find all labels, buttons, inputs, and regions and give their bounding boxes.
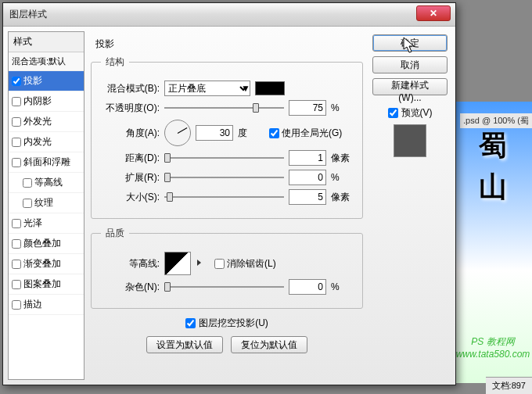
watermark: PS 教程网 www.tata580.com	[456, 335, 530, 360]
chevron-down-icon	[197, 260, 201, 266]
status-bar: 文档:897	[486, 377, 532, 394]
spread-unit: %	[331, 172, 353, 183]
blend-mode-label: 混合模式(B):	[101, 82, 160, 95]
spread-label: 扩展(R):	[101, 171, 160, 184]
noise-input[interactable]	[289, 279, 326, 295]
document-tab-title[interactable]: .psd @ 100% (蜀	[460, 113, 532, 128]
spread-slider[interactable]	[164, 170, 284, 184]
style-item-颜色叠加[interactable]: 颜色叠加	[9, 234, 84, 254]
blend-mode-select[interactable]: 正片叠底	[164, 81, 250, 96]
style-item-外发光[interactable]: 外发光	[9, 112, 84, 132]
opacity-label: 不透明度(O):	[101, 102, 160, 115]
style-item-label: 光泽	[23, 217, 42, 230]
style-item-label: 斜面和浮雕	[23, 156, 70, 169]
style-item-label: 内发光	[23, 135, 52, 149]
layer-style-dialog: 图层样式 ✕ 样式 混合选项:默认 投影内阴影外发光内发光斜面和浮雕等高线纹理光…	[2, 2, 456, 385]
right-panel: 确定 取消 新建样式(W)... 预览(V)	[372, 31, 451, 380]
angle-dial[interactable]	[164, 120, 191, 146]
structure-legend: 结构	[101, 56, 129, 69]
size-input[interactable]	[289, 189, 326, 205]
contour-label: 等高线:	[101, 257, 160, 270]
opacity-slider[interactable]	[164, 101, 284, 115]
preview-swatch	[394, 124, 426, 157]
noise-label: 杂色(N):	[101, 281, 160, 294]
angle-input[interactable]	[196, 125, 233, 141]
cancel-button[interactable]: 取消	[372, 56, 448, 73]
angle-label: 角度(A):	[101, 127, 160, 140]
style-item-label: 纹理	[34, 196, 53, 210]
style-item-内发光[interactable]: 内发光	[9, 132, 84, 152]
style-item-内阴影[interactable]: 内阴影	[9, 91, 84, 112]
style-list-header[interactable]: 样式	[9, 32, 84, 52]
noise-slider[interactable]	[164, 280, 284, 294]
style-item-label: 渐变叠加	[23, 257, 61, 270]
noise-unit: %	[331, 281, 353, 292]
style-item-渐变叠加[interactable]: 渐变叠加	[9, 254, 84, 274]
shadow-color-swatch[interactable]	[255, 81, 285, 95]
distance-input[interactable]	[289, 150, 326, 166]
style-item-label: 颜色叠加	[23, 237, 61, 250]
structure-group: 结构 混合模式(B): 正片叠底 ▼ 不透明度(O): % 角度(A):	[91, 56, 363, 219]
style-list: 样式 混合选项:默认 投影内阴影外发光内发光斜面和浮雕等高线纹理光泽颜色叠加渐变…	[8, 31, 84, 380]
style-item-纹理[interactable]: 纹理	[9, 193, 84, 213]
contour-picker[interactable]	[164, 252, 191, 275]
close-icon: ✕	[430, 8, 437, 19]
preview-checkbox[interactable]: 预览(V)	[388, 106, 433, 120]
dialog-title: 图层样式	[9, 8, 47, 21]
distance-label: 距离(D):	[101, 152, 160, 165]
style-item-label: 描边	[23, 298, 42, 311]
distance-slider[interactable]	[164, 151, 284, 165]
style-item-投影[interactable]: 投影	[9, 71, 84, 91]
style-item-label: 外发光	[23, 115, 52, 128]
distance-unit: 像素	[331, 152, 353, 165]
quality-legend: 品质	[101, 227, 129, 240]
style-item-label: 等高线	[34, 176, 63, 189]
size-unit: 像素	[331, 191, 353, 204]
opacity-input[interactable]	[289, 100, 326, 116]
style-item-等高线[interactable]: 等高线	[9, 173, 84, 193]
size-label: 大小(S):	[101, 191, 160, 204]
ok-button[interactable]: 确定	[372, 34, 448, 52]
dialog-titlebar[interactable]: 图层样式 ✕	[3, 3, 455, 27]
knockout-checkbox[interactable]: 图层挖空投影(U)	[185, 317, 268, 330]
bg-char-2: 山	[479, 168, 507, 206]
reset-default-button[interactable]: 复位为默认值	[231, 336, 307, 353]
antialias-checkbox[interactable]: 消除锯齿(L)	[214, 257, 276, 270]
style-item-label: 图案叠加	[23, 278, 61, 291]
quality-group: 品质 等高线: 消除锯齿(L) 杂色(N): %	[91, 227, 363, 309]
center-panel: 投影 结构 混合模式(B): 正片叠底 ▼ 不透明度(O): % 角度(A):	[88, 31, 369, 380]
style-item-图案叠加[interactable]: 图案叠加	[9, 274, 84, 295]
angle-unit: 度	[238, 127, 260, 140]
blending-options-default[interactable]: 混合选项:默认	[9, 52, 84, 71]
opacity-unit: %	[331, 102, 353, 113]
panel-title: 投影	[95, 38, 363, 51]
canvas-background: 蜀 山 PS 教程网 www.tata580.com	[454, 102, 532, 383]
spread-input[interactable]	[289, 170, 326, 185]
size-slider[interactable]	[164, 190, 284, 204]
new-style-button[interactable]: 新建样式(W)...	[372, 78, 448, 95]
style-item-光泽[interactable]: 光泽	[9, 213, 84, 234]
bg-char-1: 蜀	[479, 127, 507, 165]
style-item-label: 投影	[23, 74, 42, 88]
style-item-斜面和浮雕[interactable]: 斜面和浮雕	[9, 152, 84, 173]
set-default-button[interactable]: 设置为默认值	[146, 336, 223, 353]
global-light-checkbox[interactable]: 使用全局光(G)	[269, 127, 342, 140]
style-item-描边[interactable]: 描边	[9, 295, 84, 315]
close-button[interactable]: ✕	[416, 5, 451, 21]
style-item-label: 内阴影	[23, 95, 52, 108]
